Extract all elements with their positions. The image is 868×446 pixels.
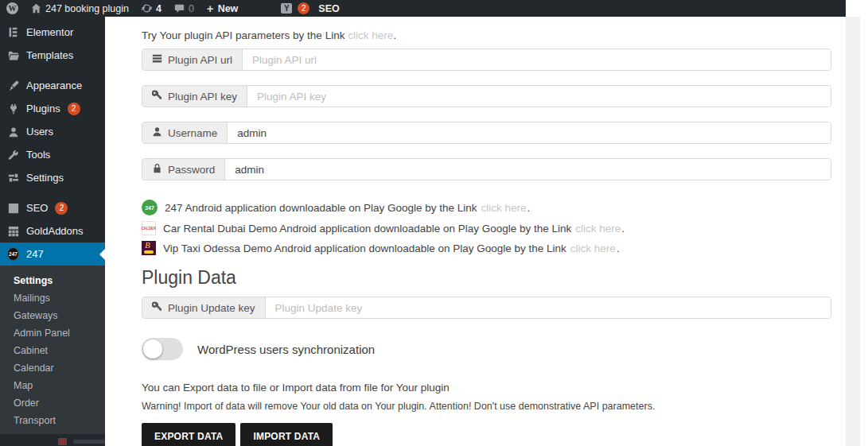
new-content-menu[interactable]: + New: [200, 0, 244, 17]
app-line-text: 247 Android application downloadable on …: [165, 202, 477, 214]
intro-dot: .: [393, 29, 396, 41]
wrench-icon: [7, 149, 19, 161]
sidebar-item-tools[interactable]: Tools: [0, 143, 105, 166]
users-sync-row: WordPress users synchronization: [142, 338, 830, 360]
yoast-seo-icon: [7, 202, 19, 214]
folder-icon: [7, 49, 19, 61]
new-label: New: [218, 3, 239, 14]
app-line-247: 247 247 Android application downloadable…: [142, 200, 830, 215]
seo-label: SEO: [318, 3, 339, 14]
page-background-strip: [846, 17, 860, 446]
vip-taxi-odessa-app-icon: B: [142, 241, 156, 255]
plug-icon: [7, 103, 19, 114]
app-line-text: Car Rental Dubai Demo Android applicatio…: [163, 223, 571, 235]
sidebar-item-label: Tools: [26, 149, 50, 161]
sidebar-item-plugins[interactable]: Plugins 2: [0, 97, 105, 120]
yoast-seo-menu[interactable]: Y 2 SEO: [274, 0, 345, 17]
sidebar-item-247[interactable]: 247 247: [0, 242, 105, 266]
import-warning-text: Warning! Import of data will remove Your…: [142, 401, 830, 412]
site-name-menu[interactable]: 247 booking plugin: [25, 0, 135, 17]
vip-taxi-odessa-app-link[interactable]: click here: [570, 242, 616, 254]
sidebar-item-settings[interactable]: Settings: [0, 166, 105, 189]
sidebar-item-label: GoldAddons: [26, 225, 84, 237]
username-input[interactable]: [228, 122, 831, 143]
sidebar-item-goldaddons[interactable]: GoldAddons: [0, 219, 105, 242]
sidebar-item-label: Settings: [26, 172, 64, 184]
key-icon: [152, 301, 162, 314]
sidebar-item-users[interactable]: Users: [0, 120, 105, 143]
plugin-api-key-group: Plugin API key: [142, 85, 831, 107]
home-icon: [31, 3, 41, 14]
sidebar-item-label: Templates: [26, 49, 73, 61]
247-app-link[interactable]: click here: [481, 202, 527, 214]
submenu-item-mailings[interactable]: Mailings: [0, 289, 105, 307]
export-import-description: You can Export data to file or Import da…: [142, 382, 830, 394]
updates-count: 4: [156, 3, 162, 14]
yoast-icon: Y: [281, 3, 292, 14]
sidebar-cutoff-item[interactable]: [0, 434, 105, 446]
page-right-gutter: [846, 0, 868, 446]
submenu-item-admin-panel[interactable]: Admin Panel: [0, 324, 105, 342]
submenu-item-calendar[interactable]: Calendar: [0, 359, 105, 377]
api-params-link[interactable]: click here: [348, 29, 393, 41]
sidebar-item-seo[interactable]: SEO 2: [0, 196, 105, 219]
settings-sliders-icon: [7, 172, 19, 184]
settings-panel: Try Your plugin API parameters by the Li…: [105, 17, 846, 446]
sidebar-separator: [0, 67, 105, 74]
paintbrush-icon: [7, 80, 19, 91]
password-input[interactable]: [225, 159, 831, 180]
submenu-item-order[interactable]: Order: [0, 394, 105, 412]
updates-menu[interactable]: 4: [135, 0, 168, 17]
comments-menu[interactable]: 0: [168, 0, 200, 17]
updates-icon: [142, 3, 152, 14]
wordpress-logo-icon: W: [6, 2, 18, 14]
plugin-api-url-label: Plugin API url: [142, 49, 243, 70]
submenu-item-cabinet[interactable]: Cabinet: [0, 342, 105, 359]
current-menu-arrow: [99, 249, 105, 260]
admin-sidebar: Elementor Templates Appearance Plugins 2: [0, 17, 105, 446]
sidebar-separator: [0, 189, 105, 196]
wp-logo-menu[interactable]: W: [0, 0, 25, 17]
intro-text: Try Your plugin API parameters by the Li…: [142, 29, 344, 41]
cutoff-item-text: [73, 440, 105, 444]
username-group: Username: [142, 122, 831, 144]
car-rental-dubai-app-link[interactable]: click here: [575, 223, 621, 235]
comments-count: 0: [189, 3, 194, 14]
sidebar-item-label: 247: [26, 248, 44, 260]
seo-notification-badge: 2: [55, 202, 68, 215]
247-submenu: Settings Mailings Gateways Admin Panel C…: [0, 266, 105, 434]
submenu-item-gateways[interactable]: Gateways: [0, 307, 105, 324]
users-sync-label: WordPress users synchronization: [197, 343, 375, 356]
import-data-button[interactable]: IMPORT DATA: [240, 423, 333, 446]
users-sync-toggle[interactable]: [142, 338, 183, 360]
sidebar-item-label: Users: [26, 126, 53, 138]
247-app-icon: 247: [142, 200, 158, 215]
plugin-api-url-group: Plugin API url: [142, 48, 831, 71]
plugin-api-key-input[interactable]: [247, 86, 831, 107]
export-data-button[interactable]: EXPORT DATA: [142, 423, 235, 446]
submenu-item-settings[interactable]: Settings: [0, 272, 105, 289]
submenu-item-transport[interactable]: Transport: [0, 412, 105, 429]
sidebar-item-templates[interactable]: Templates: [0, 44, 105, 67]
247-plugin-icon: 247: [7, 248, 19, 260]
plus-icon: +: [207, 2, 214, 14]
app-line-text: Vip Taxi Odessa Demo Android application…: [163, 242, 566, 254]
submenu-item-map[interactable]: Map: [0, 377, 105, 394]
api-intro-line: Try Your plugin API parameters by the Li…: [142, 29, 830, 41]
cutoff-item-icon: [58, 438, 67, 445]
user-icon: [152, 126, 162, 139]
app-line-vip-taxi-odessa: B Vip Taxi Odessa Demo Android applicati…: [142, 241, 830, 255]
sidebar-item-label: Elementor: [26, 26, 73, 38]
password-label: Password: [142, 159, 225, 180]
sidebar-item-elementor[interactable]: Elementor: [0, 21, 105, 44]
plugin-update-key-input[interactable]: [266, 297, 831, 318]
password-group: Password: [142, 158, 831, 180]
plugin-update-key-group: Plugin Update key: [142, 297, 831, 319]
sidebar-item-label: SEO: [26, 202, 48, 214]
sidebar-item-appearance[interactable]: Appearance: [0, 74, 105, 97]
site-name-label: 247 booking plugin: [45, 3, 129, 14]
car-rental-dubai-app-icon: CALDER: [142, 221, 156, 235]
toggle-knob: [143, 339, 162, 359]
comment-icon: [174, 3, 185, 14]
plugin-api-url-input[interactable]: [243, 49, 831, 70]
